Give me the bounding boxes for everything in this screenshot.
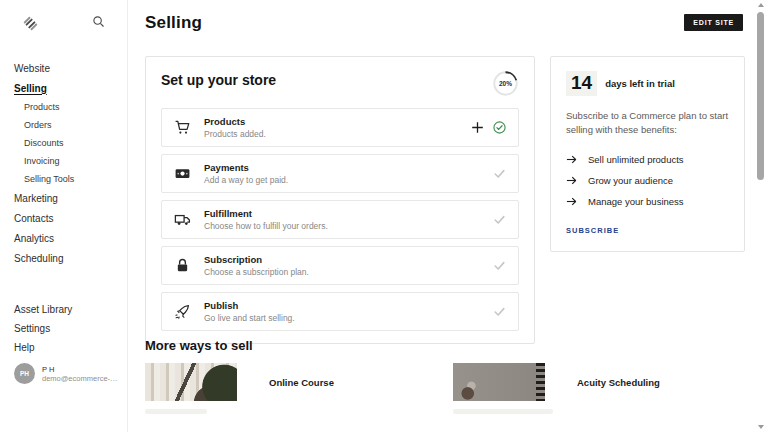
scrollbar-thumb[interactable]	[757, 12, 764, 180]
acuity-scheduling-thumbnail	[453, 363, 545, 401]
sell-card-wrap-online-course: Online Course	[145, 363, 438, 414]
more-ways-section: More ways to sell Online CourseAcuity Sc…	[145, 338, 753, 414]
sidebar: WebsiteSellingProductsOrdersDiscountsInv…	[0, 0, 128, 432]
benefits-list: Sell unlimited productsGrow your audienc…	[566, 149, 729, 212]
setup-item-subtitle: Choose a subscription plan.	[204, 267, 493, 277]
pending-check-icon	[493, 167, 506, 180]
setup-item-payments[interactable]: PaymentsAdd a way to get paid.	[161, 154, 519, 193]
setup-store-card: Set up your store 20% ProductsProducts a…	[145, 56, 535, 344]
avatar: PH	[14, 363, 35, 384]
rocket-icon	[174, 303, 191, 320]
sidebar-item-invoicing[interactable]: Invoicing	[14, 152, 121, 170]
benefit-sell-unlimited-products: Sell unlimited products	[566, 149, 729, 170]
sidebar-item-asset-library[interactable]: Asset Library	[14, 300, 72, 319]
sidebar-item-analytics[interactable]: Analytics	[14, 228, 121, 248]
sell-cards-row: Online CourseAcuity Scheduling	[145, 363, 753, 414]
sidebar-item-scheduling[interactable]: Scheduling	[14, 248, 121, 268]
benefit-label: Manage your business	[588, 196, 684, 207]
setup-item-subtitle: Add a way to get paid.	[204, 175, 493, 185]
sell-card-title: Online Course	[269, 377, 334, 388]
setup-item-title: Payments	[204, 162, 493, 173]
setup-item-publish[interactable]: PublishGo live and start selling.	[161, 292, 519, 331]
setup-item-title: Fulfillment	[204, 208, 493, 219]
progress-ring: 20%	[492, 70, 519, 97]
benefit-label: Grow your audience	[588, 175, 673, 186]
scroll-up-icon[interactable]	[753, 0, 768, 10]
setup-item-title: Subscription	[204, 254, 493, 265]
page-title: Selling	[145, 13, 202, 33]
trial-days-label: days left in trial	[605, 78, 675, 89]
scrollbar[interactable]	[753, 0, 768, 432]
sidebar-item-marketing[interactable]: Marketing	[14, 188, 121, 208]
trial-days-count: 14	[566, 71, 597, 96]
sidebar-item-discounts[interactable]: Discounts	[14, 134, 121, 152]
sell-card-online-course[interactable]: Online Course	[145, 363, 438, 401]
setup-item-subtitle: Go live and start selling.	[204, 313, 493, 323]
setup-item-subscription[interactable]: SubscriptionChoose a subscription plan.	[161, 246, 519, 285]
sidebar-item-website[interactable]: Website	[14, 58, 121, 78]
setup-item-title: Products	[204, 116, 471, 127]
cash-icon	[174, 165, 191, 182]
arrow-right-icon	[566, 154, 577, 165]
sell-card-wrap-acuity-scheduling: Acuity Scheduling	[453, 363, 753, 414]
pending-check-icon	[493, 305, 506, 318]
online-course-thumbnail	[145, 363, 237, 401]
more-ways-title: More ways to sell	[145, 338, 753, 353]
complete-check-circle-icon	[493, 121, 506, 134]
benefit-manage-your-business: Manage your business	[566, 191, 729, 212]
loading-placeholder	[453, 409, 553, 414]
sidebar-item-orders[interactable]: Orders	[14, 116, 121, 134]
squarespace-logo-icon[interactable]	[22, 15, 39, 32]
benefit-grow-your-audience: Grow your audience	[566, 170, 729, 191]
sidebar-item-selling[interactable]: Selling	[14, 78, 121, 98]
setup-item-fulfillment[interactable]: FulfillmentChoose how to fulfill your or…	[161, 200, 519, 239]
loading-placeholder	[145, 409, 207, 414]
main-content: Selling EDIT SITE Set up your store 20% …	[128, 0, 753, 432]
edit-site-button[interactable]: EDIT SITE	[684, 14, 743, 31]
pending-check-icon	[493, 259, 506, 272]
setup-card-title: Set up your store	[161, 70, 276, 88]
user-name: P H	[42, 365, 120, 374]
arrow-right-icon	[566, 196, 577, 207]
sell-card-title: Acuity Scheduling	[577, 377, 660, 388]
lock-icon	[174, 257, 191, 274]
subscribe-link[interactable]: SUBSCRIBE	[566, 226, 619, 235]
add-product-plus-icon[interactable]	[471, 121, 484, 134]
sidebar-item-selling-tools[interactable]: Selling Tools	[14, 170, 121, 188]
sidebar-nav: WebsiteSellingProductsOrdersDiscountsInv…	[14, 58, 121, 268]
sidebar-item-contacts[interactable]: Contacts	[14, 208, 121, 228]
setup-item-products[interactable]: ProductsProducts added.	[161, 108, 519, 147]
user-email: demo@ecommerce-go...	[42, 374, 120, 383]
scroll-down-icon[interactable]	[753, 422, 768, 432]
sidebar-item-settings[interactable]: Settings	[14, 319, 72, 338]
trial-description: Subscribe to a Commerce plan to start se…	[566, 109, 729, 137]
sidebar-item-products[interactable]: Products	[14, 98, 121, 116]
account-menu[interactable]: PH P H demo@ecommerce-go...	[14, 363, 120, 384]
trial-panel: 14 days left in trial Subscribe to a Com…	[550, 56, 745, 252]
setup-checklist: ProductsProducts added.PaymentsAdd a way…	[161, 108, 519, 331]
sidebar-item-help[interactable]: Help	[14, 338, 72, 357]
sell-card-acuity-scheduling[interactable]: Acuity Scheduling	[453, 363, 753, 401]
benefit-label: Sell unlimited products	[588, 154, 684, 165]
pending-check-icon	[493, 213, 506, 226]
progress-percent-label: 20%	[492, 70, 519, 97]
arrow-right-icon	[566, 175, 577, 186]
cart-icon	[174, 119, 191, 136]
sidebar-bottom-nav: Asset LibrarySettingsHelp	[14, 300, 72, 357]
setup-item-subtitle: Products added.	[204, 129, 471, 139]
setup-item-title: Publish	[204, 300, 493, 311]
setup-item-subtitle: Choose how to fulfill your orders.	[204, 221, 493, 231]
truck-icon	[174, 211, 191, 228]
search-icon[interactable]	[92, 14, 105, 32]
